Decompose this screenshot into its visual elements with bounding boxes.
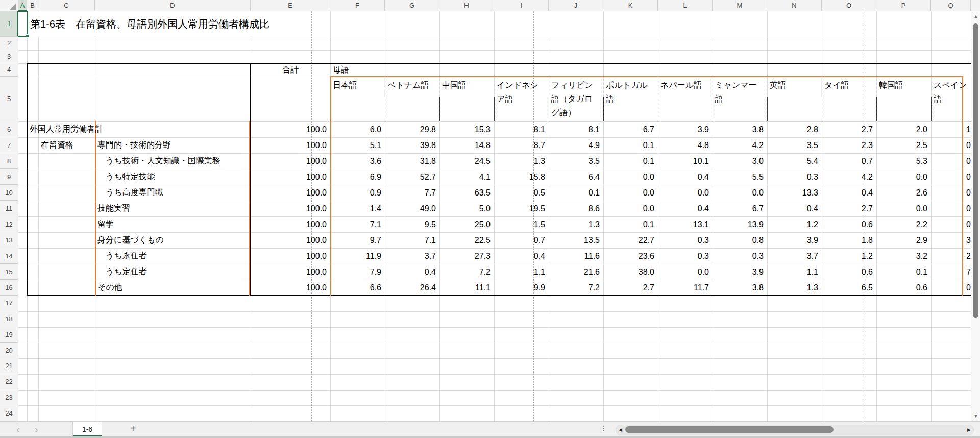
language-header-L[interactable]: ネパール語 xyxy=(660,78,709,120)
row-header-11[interactable]: 11 xyxy=(0,201,18,216)
cell-F16[interactable]: 6.6 xyxy=(330,280,385,296)
cell-H11[interactable]: 5.0 xyxy=(439,201,494,216)
cell-M12[interactable]: 13.9 xyxy=(713,216,767,232)
cell-O8[interactable]: 0.7 xyxy=(822,153,876,169)
horizontal-scrollbar[interactable]: ◀ ▶ xyxy=(616,425,974,435)
cell-L6[interactable]: 3.9 xyxy=(658,121,713,137)
cell-I11[interactable]: 19.5 xyxy=(494,201,549,216)
cell-F15[interactable]: 7.9 xyxy=(330,264,385,280)
row-label-d[interactable]: 技能実習 xyxy=(97,201,250,216)
cell-Q12-clipped[interactable]: 0 xyxy=(966,216,971,232)
cell-N11[interactable]: 0.4 xyxy=(767,201,822,216)
row-label-c[interactable]: 在留資格 xyxy=(41,137,94,153)
next-sheet-icon[interactable]: › xyxy=(35,424,38,434)
cell-E16[interactable]: 100.0 xyxy=(251,280,330,296)
cell-G15[interactable]: 0.4 xyxy=(385,264,439,280)
language-header-O[interactable]: タイ語 xyxy=(824,78,873,120)
cell-K14[interactable]: 23.6 xyxy=(603,248,658,264)
selection-fill-handle[interactable] xyxy=(26,34,29,38)
column-header-P[interactable]: P xyxy=(876,0,931,11)
cell-G14[interactable]: 3.7 xyxy=(385,248,439,264)
cell-M14[interactable]: 0.3 xyxy=(713,248,767,264)
cell-K9[interactable]: 0.0 xyxy=(603,169,658,185)
column-header-Q[interactable]: Q xyxy=(931,0,971,11)
cell-K12[interactable]: 0.1 xyxy=(603,216,658,232)
cell-F12[interactable]: 7.1 xyxy=(330,216,385,232)
row-header-7[interactable]: 7 xyxy=(0,137,18,153)
column-header-K[interactable]: K xyxy=(603,0,658,11)
column-header-I[interactable]: I xyxy=(494,0,549,11)
cell-Q15-clipped[interactable]: 7 xyxy=(966,264,971,280)
cell-F7[interactable]: 5.1 xyxy=(330,137,385,153)
column-header-C[interactable]: C xyxy=(38,0,95,11)
cell-M6[interactable]: 3.8 xyxy=(713,121,767,137)
cell-K10[interactable]: 0.0 xyxy=(603,185,658,201)
column-header-F[interactable]: F xyxy=(330,0,385,11)
horizontal-scrollbar-thumb[interactable] xyxy=(625,426,834,433)
cell-I10[interactable]: 0.5 xyxy=(494,185,549,201)
cell-L16[interactable]: 11.7 xyxy=(658,280,713,296)
cell-P7[interactable]: 2.5 xyxy=(876,137,931,153)
cell-F13[interactable]: 9.7 xyxy=(330,232,385,248)
cell-O6[interactable]: 2.7 xyxy=(822,121,876,137)
row-header-18[interactable]: 18 xyxy=(0,311,18,327)
cell-J13[interactable]: 13.5 xyxy=(549,232,603,248)
row-header-19[interactable]: 19 xyxy=(0,327,18,343)
sheet-title[interactable]: 第1-6表 在留資格、母語別外国人常用労働者構成比 xyxy=(30,11,489,37)
cell-H15[interactable]: 7.2 xyxy=(439,264,494,280)
cell-E6[interactable]: 100.0 xyxy=(251,121,330,137)
cell-I8[interactable]: 1.3 xyxy=(494,153,549,169)
cell-M10[interactable]: 0.0 xyxy=(713,185,767,201)
cell-Q11-clipped[interactable]: 0 xyxy=(966,201,971,216)
cell-J15[interactable]: 21.6 xyxy=(549,264,603,280)
row-header-5[interactable]: 5 xyxy=(0,77,18,121)
column-header-N[interactable]: N xyxy=(767,0,822,11)
cell-J10[interactable]: 0.1 xyxy=(549,185,603,201)
cell-K11[interactable]: 0.0 xyxy=(603,201,658,216)
cell-H8[interactable]: 24.5 xyxy=(439,153,494,169)
column-header-O[interactable]: O xyxy=(822,0,876,11)
row-header-1[interactable]: 1 xyxy=(0,11,18,37)
select-all-corner[interactable] xyxy=(0,0,18,11)
cell-L12[interactable]: 13.1 xyxy=(658,216,713,232)
row-header-2[interactable]: 2 xyxy=(0,37,18,50)
cell-M11[interactable]: 6.7 xyxy=(713,201,767,216)
row-label-d[interactable]: うち永住者 xyxy=(106,248,258,264)
row-header-14[interactable]: 14 xyxy=(0,248,18,264)
cell-P13[interactable]: 2.9 xyxy=(876,232,931,248)
cell-F14[interactable]: 11.9 xyxy=(330,248,385,264)
cell-N15[interactable]: 1.1 xyxy=(767,264,822,280)
language-header-K[interactable]: ポルトガル語 xyxy=(606,78,654,120)
cell-N13[interactable]: 3.9 xyxy=(767,232,822,248)
cell-O13[interactable]: 1.8 xyxy=(822,232,876,248)
cell-G16[interactable]: 26.4 xyxy=(385,280,439,296)
sheet-tab-1-6[interactable]: 1-6 xyxy=(72,422,102,437)
cell-Q14-clipped[interactable]: 2 xyxy=(966,248,971,264)
cell-L14[interactable]: 0.3 xyxy=(658,248,713,264)
row-header-9[interactable]: 9 xyxy=(0,169,18,185)
row-header-6[interactable]: 6 xyxy=(0,121,18,137)
cell-M7[interactable]: 4.2 xyxy=(713,137,767,153)
cell-H9[interactable]: 4.1 xyxy=(439,169,494,185)
cell-P16[interactable]: 0.6 xyxy=(876,280,931,296)
cell-N14[interactable]: 3.7 xyxy=(767,248,822,264)
cell-E12[interactable]: 100.0 xyxy=(251,216,330,232)
cell-P11[interactable]: 0.0 xyxy=(876,201,931,216)
scroll-left-icon[interactable]: ◀ xyxy=(619,427,622,432)
cell-E10[interactable]: 100.0 xyxy=(251,185,330,201)
cell-Q8-clipped[interactable]: 0 xyxy=(966,153,971,169)
cell-G7[interactable]: 39.8 xyxy=(385,137,439,153)
cell-H7[interactable]: 14.8 xyxy=(439,137,494,153)
row-label-b[interactable]: 外国人常用労働者計 xyxy=(30,121,234,137)
cell-E15[interactable]: 100.0 xyxy=(251,264,330,280)
cell-I16[interactable]: 9.9 xyxy=(494,280,549,296)
cell-G10[interactable]: 7.7 xyxy=(385,185,439,201)
language-header-I[interactable]: インドネシア語 xyxy=(497,78,545,120)
cell-O15[interactable]: 0.6 xyxy=(822,264,876,280)
cell-N10[interactable]: 13.3 xyxy=(767,185,822,201)
cell-J6[interactable]: 8.1 xyxy=(549,121,603,137)
cell-K6[interactable]: 6.7 xyxy=(603,121,658,137)
cell-F6[interactable]: 6.0 xyxy=(330,121,385,137)
cell-N7[interactable]: 3.5 xyxy=(767,137,822,153)
cell-I12[interactable]: 1.5 xyxy=(494,216,549,232)
